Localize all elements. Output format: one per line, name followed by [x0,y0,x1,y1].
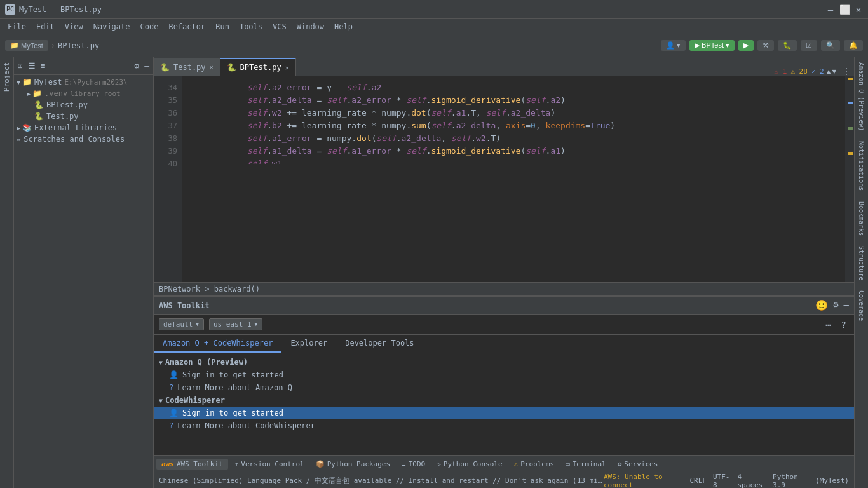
status-indent[interactable]: 4 spaces [737,473,766,489]
tree-item-external-libs[interactable]: ▶ 📚 External Libraries [14,122,153,133]
app-icon: PC [5,4,15,15]
aws-tree: ▼ Amazon Q (Preview) 👤 Sign in to get st… [154,353,854,455]
todo-icon: ≡ [402,460,406,468]
project-dropdown[interactable]: 📁 MyTest [5,40,48,51]
project-tab[interactable]: Project [0,57,13,97]
main-toolbar: 📁 MyTest › BPTest.py 👤 ▾ ▶ BPTest ▾ ▶ ⚒ … [0,34,868,57]
lint-up[interactable]: ▲ [827,67,831,76]
menu-vcs[interactable]: VCS [268,21,292,32]
status-lang[interactable]: Python 3.9 [773,473,809,489]
aws-smile-icon[interactable]: 🙂 [815,299,828,311]
tab-bptest-icon: 🐍 [227,63,236,72]
aws-region-dropdown[interactable]: us-east-1 ▾ [209,318,262,330]
menu-navigate[interactable]: Navigate [88,21,135,32]
editor-area: 🐍 Test.py ✕ 🐍 BPTest.py ✕ ⚠ 1 ⚠ 28 ✓ 2 ▲… [154,57,854,488]
close-button[interactable]: ✕ [854,5,863,14]
code-content[interactable]: self.a2_error = y - self.a2 self.a2_delt… [182,76,845,282]
aws-section-codewhisperer[interactable]: ▼ CodeWhisperer [154,394,854,407]
tool-python-packages[interactable]: 📦 Python Packages [311,459,395,470]
search-button[interactable]: 🔍 [821,40,840,51]
tab-bptest[interactable]: 🐍 BPTest.py ✕ [220,58,296,76]
profile-button[interactable]: 👤 ▾ [661,40,686,51]
tool-aws[interactable]: aws AWS Toolkit [156,459,228,470]
debug-button[interactable]: 🐛 [778,40,797,51]
tool-version-control[interactable]: ↑ Version Control [229,459,309,470]
bottom-toolbar: aws AWS Toolkit ↑ Version Control 📦 Pyth… [154,455,854,473]
tree-item-bptest[interactable]: 🐍 BPTest.py [14,99,153,111]
status-line-ending[interactable]: CRLF [689,477,707,485]
tree-item-venv[interactable]: ▶ 📁 .venv library root [14,88,153,99]
sidebar-scroll-to-source[interactable]: ≡ [39,60,47,72]
build-button[interactable]: ⚒ [757,40,774,51]
sidebar-expand-all[interactable]: ⊡ [17,60,24,72]
breadcrumb-bar: BPNetwork > backward() [154,282,854,296]
right-tab-notifications[interactable]: Notifications [856,136,867,196]
services-icon: ⚙ [618,460,622,468]
lint-down[interactable]: ▼ [832,67,836,76]
aws-section-amazon-q[interactable]: ▼ Amazon Q (Preview) [154,356,854,369]
left-vertical-tabs: Project [0,57,14,488]
aws-item-amazon-q-learn[interactable]: ? Learn More about Amazon Q [154,381,854,394]
tool-terminal[interactable]: ▭ Terminal [560,459,611,470]
aws-item-amazon-q-signin[interactable]: 👤 Sign in to get started [154,369,854,381]
tab-testpy[interactable]: 🐍 Test.py ✕ [154,58,220,76]
file-name: BPTest.py [58,41,99,50]
aws-tabs: Amazon Q + CodeWhisperer Explorer Develo… [154,335,854,353]
aws-tab-amazon-q[interactable]: Amazon Q + CodeWhisperer [154,335,281,353]
menu-run[interactable]: Run [210,21,234,32]
status-encoding[interactable]: UTF-8 [713,473,731,489]
version-control-icon: ↑ [234,460,239,468]
right-tab-bookmarks[interactable]: Bookmarks [856,196,867,241]
aws-tab-developer-tools[interactable]: Developer Tools [336,335,423,353]
menu-help[interactable]: Help [329,21,358,32]
tree-item-mytest[interactable]: ▼ 📁 MyTest E:\Pycharm2023\ [14,76,153,88]
menu-refactor[interactable]: Refactor [163,21,210,32]
aws-minimize-icon[interactable]: – [844,299,849,311]
tool-todo[interactable]: ≡ TODO [397,459,430,470]
status-aws: AWS: Unable to connect [604,473,683,489]
aws-tab-explorer[interactable]: Explorer [281,335,336,353]
aws-profile-dropdown[interactable]: default ▾ [159,318,204,330]
right-tab-coverage[interactable]: Coverage [856,285,867,326]
menu-tools[interactable]: Tools [234,21,268,32]
tree-item-scratches[interactable]: ✏ Scratches and Consoles [14,133,153,145]
sidebar-minimize[interactable]: – [143,60,151,72]
menu-window[interactable]: Window [292,21,329,32]
aws-item-codewhisperer-signin[interactable]: 👤 Sign in to get started [154,407,854,419]
sidebar-settings[interactable]: ⚙ [133,60,140,72]
right-vertical-tabs: Amazon Q (Preview) Notifications Bookmar… [854,57,868,488]
right-tab-structure[interactable]: Structure [856,241,867,285]
run-config-dropdown[interactable]: ▶ BPTest ▾ [689,40,735,51]
editor-settings[interactable]: ⋮ [839,67,854,76]
menu-file[interactable]: File [3,21,31,32]
minimize-button[interactable]: – [826,5,835,14]
sidebar-collapse-all[interactable]: ☰ [27,60,37,72]
aws-more-options[interactable]: ⋯ [823,318,833,331]
aws-toolbar: default ▾ us-east-1 ▾ ⋯ ? [154,315,854,335]
run-button[interactable]: ▶ [738,40,754,51]
notifications-button[interactable]: 🔔 [844,40,863,51]
tool-python-console[interactable]: ▷ Python Console [431,459,507,470]
tool-services[interactable]: ⚙ Services [613,459,663,470]
menu-view[interactable]: View [60,21,88,32]
menu-edit[interactable]: Edit [31,21,60,32]
tab-testpy-close[interactable]: ✕ [210,64,214,71]
editor-indicator-strip [845,76,854,282]
problems-icon: ⚠ [514,460,519,468]
menu-bar: File Edit View Navigate Code Refactor Ru… [0,19,868,34]
aws-settings-icon[interactable]: ⚙ [833,299,838,311]
coverage-button[interactable]: ☑ [801,40,817,51]
tab-bptest-label: BPTest.py [240,63,281,72]
aws-toolkit-title: AWS Toolkit [159,301,209,310]
tab-testpy-icon: 🐍 [160,63,170,72]
tree-item-testpy[interactable]: 🐍 Test.py [14,111,153,122]
maximize-button[interactable]: ⬜ [840,5,849,14]
tab-bptest-close[interactable]: ✕ [285,64,289,71]
aws-icon: aws [161,460,174,468]
aws-item-codewhisperer-learn[interactable]: ? Learn More about CodeWhisperer [154,419,854,432]
aws-help[interactable]: ? [839,318,849,331]
tool-problems[interactable]: ⚠ Problems [509,459,560,470]
right-tab-amazon-q[interactable]: Amazon Q (Preview) [856,57,867,136]
sidebar: ⊡ ☰ ≡ ⚙ – ▼ 📁 MyTest E:\Pycharm2023\ ▶ 📁… [14,57,154,488]
menu-code[interactable]: Code [135,21,164,32]
